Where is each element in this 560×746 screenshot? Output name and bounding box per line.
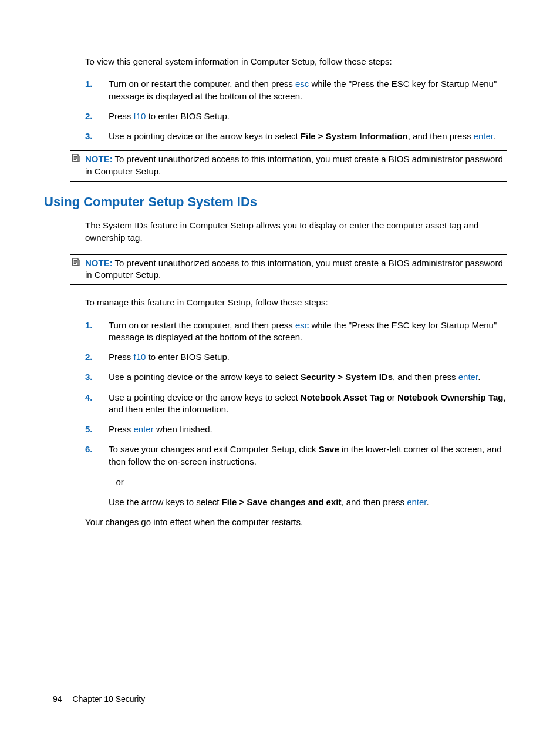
step-text: or bbox=[384, 392, 397, 402]
step-number: 1. bbox=[85, 78, 93, 90]
step-text: Press bbox=[109, 111, 134, 121]
key-esc: esc bbox=[295, 320, 309, 330]
step-number: 4. bbox=[85, 392, 93, 404]
list-item: 4. Use a pointing device or the arrow ke… bbox=[85, 392, 507, 416]
or-separator: – or – bbox=[109, 476, 507, 488]
menu-path: Security > System IDs bbox=[301, 372, 393, 382]
step-number: 1. bbox=[85, 320, 93, 331]
step-text: Use a pointing device or the arrow keys … bbox=[109, 392, 301, 402]
list-item: 2. Press f10 to enter BIOS Setup. bbox=[85, 351, 507, 363]
intro-text-2: The System IDs feature in Computer Setup… bbox=[85, 220, 507, 244]
note-label: NOTE: bbox=[85, 154, 113, 164]
step-text: Press bbox=[109, 424, 134, 434]
key-enter: enter bbox=[134, 424, 154, 434]
section-heading: Using Computer Setup System IDs bbox=[44, 193, 507, 211]
list-item: 2. Press f10 to enter BIOS Setup. bbox=[85, 110, 507, 122]
outro-text: Your changes go into effect when the com… bbox=[85, 516, 507, 528]
step-text: when finished. bbox=[154, 424, 212, 434]
menu-path: File > System Information bbox=[301, 131, 408, 141]
step-text: . bbox=[478, 372, 480, 382]
page-footer: 94 Chapter 10 Security bbox=[53, 694, 145, 705]
steps-list-1: 1. Turn on or restart the computer, and … bbox=[85, 78, 507, 142]
step-text: to enter BIOS Setup. bbox=[146, 352, 230, 362]
chapter-label: Chapter 10 Security bbox=[72, 694, 145, 704]
menu-path: Notebook Ownership Tag bbox=[397, 392, 504, 402]
key-f10: f10 bbox=[134, 352, 146, 362]
note-text: To prevent unauthorized access to this i… bbox=[85, 258, 503, 280]
step-text: To save your changes and exit Computer S… bbox=[109, 444, 319, 454]
list-item: 3. Use a pointing device or the arrow ke… bbox=[85, 130, 507, 142]
step-text: Press bbox=[109, 352, 134, 362]
button-name: Save bbox=[319, 444, 339, 454]
note-icon bbox=[70, 153, 81, 165]
page-number: 94 bbox=[53, 694, 62, 704]
key-f10: f10 bbox=[134, 111, 146, 121]
list-item: 6. To save your changes and exit Compute… bbox=[85, 443, 507, 508]
step-number: 3. bbox=[85, 130, 93, 142]
step-text: , and then press bbox=[393, 372, 458, 382]
step-text: Use a pointing device or the arrow keys … bbox=[109, 131, 301, 141]
note-text: To prevent unauthorized access to this i… bbox=[85, 154, 503, 176]
step-number: 6. bbox=[85, 443, 93, 455]
key-esc: esc bbox=[295, 79, 309, 89]
step-text: Use the arrow keys to select File > Save… bbox=[109, 496, 507, 508]
step-text: Use a pointing device or the arrow keys … bbox=[109, 372, 301, 382]
note-block: NOTE: To prevent unauthorized access to … bbox=[70, 150, 507, 182]
note-block: NOTE: To prevent unauthorized access to … bbox=[70, 254, 507, 285]
step-text: Turn on or restart the computer, and the… bbox=[109, 320, 295, 330]
step-number: 2. bbox=[85, 351, 93, 363]
list-item: 5. Press enter when finished. bbox=[85, 424, 507, 435]
step-text: , and then press bbox=[408, 131, 474, 141]
step-text: Turn on or restart the computer, and the… bbox=[109, 79, 295, 89]
menu-path: File > Save changes and exit bbox=[222, 497, 342, 507]
steps-list-2: 1. Turn on or restart the computer, and … bbox=[85, 320, 507, 509]
step-number: 5. bbox=[85, 424, 93, 435]
intro-text-1: To view this general system information … bbox=[85, 56, 507, 68]
step-text: . bbox=[493, 131, 495, 141]
page: To view this general system information … bbox=[0, 0, 560, 746]
list-item: 3. Use a pointing device or the arrow ke… bbox=[85, 371, 507, 383]
key-enter: enter bbox=[458, 372, 478, 382]
key-enter: enter bbox=[474, 131, 493, 141]
list-item: 1. Turn on or restart the computer, and … bbox=[85, 78, 507, 102]
list-item: 1. Turn on or restart the computer, and … bbox=[85, 320, 507, 344]
step-number: 3. bbox=[85, 371, 93, 383]
intro-text-3: To manage this feature in Computer Setup… bbox=[85, 297, 507, 308]
step-number: 2. bbox=[85, 110, 93, 122]
content-area: To view this general system information … bbox=[85, 56, 507, 529]
step-text: to enter BIOS Setup. bbox=[146, 111, 230, 121]
note-label: NOTE: bbox=[85, 258, 113, 268]
key-enter: enter bbox=[407, 497, 426, 507]
note-icon bbox=[70, 257, 81, 269]
menu-path: Notebook Asset Tag bbox=[301, 392, 384, 402]
